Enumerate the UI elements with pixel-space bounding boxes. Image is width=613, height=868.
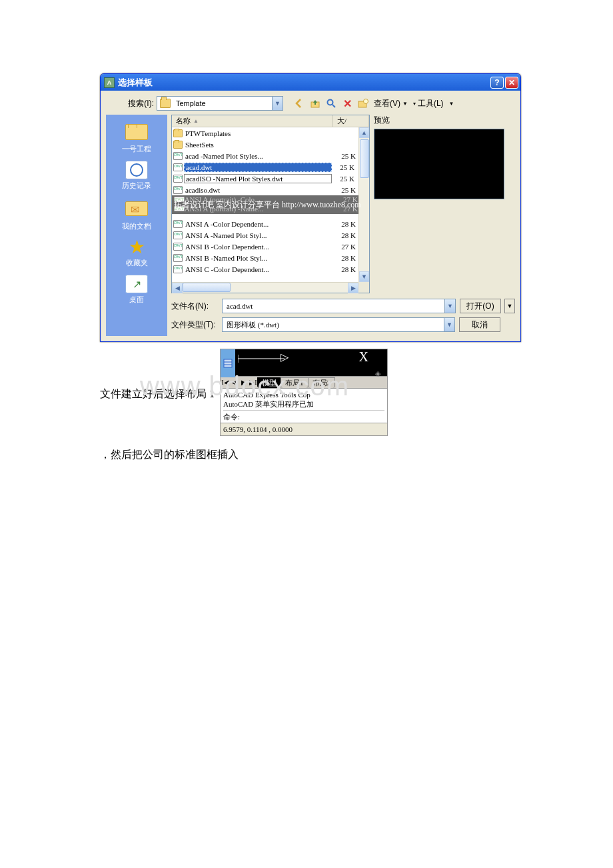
places-desktop[interactable]: ↗ 桌面 <box>106 272 167 309</box>
search-label: 搜索(I): <box>113 98 154 109</box>
documents-icon <box>125 201 148 216</box>
filename-input[interactable]: acad.dwt ▼ <box>222 299 456 313</box>
close-button[interactable]: ✕ <box>505 77 518 89</box>
dialog-toolbar: 搜索(I): Template ▼ ✕ 查看(V)▼ <box>101 91 520 115</box>
command-history: AutoCAD Express Tools Cop AutoCAD 菜单实用程序… <box>220 389 388 423</box>
star-icon: ★ <box>125 238 148 257</box>
col-size: 大/ <box>337 116 346 126</box>
autocad-app-icon: A <box>104 77 115 88</box>
file-row[interactable]: DWTacadiso.dwt25 K <box>172 184 369 195</box>
file-size: 28 K <box>333 220 358 228</box>
dimension-line-icon <box>238 352 291 365</box>
cancel-button[interactable]: 取消 <box>459 317 500 332</box>
search-icon[interactable] <box>324 97 338 110</box>
command-prompt[interactable]: 命令: <box>223 410 384 421</box>
x-glyph: X <box>359 349 368 365</box>
folder-icon <box>160 99 171 108</box>
file-row[interactable]: DWTacadISO -Named Plot Styles.dwt25 K <box>172 173 369 184</box>
tab-layout2[interactable]: 布局2 <box>308 377 336 388</box>
filename-value: acad.dwt <box>223 302 444 310</box>
tools-menu[interactable]: ▾工具(L) <box>412 98 445 109</box>
dwt-file-icon: DWT <box>173 220 183 228</box>
preview-label: 预览 <box>374 115 515 126</box>
tools-menu-dd[interactable]: ▼ <box>448 101 456 107</box>
properties-icon[interactable] <box>221 349 235 377</box>
scroll-corner <box>358 282 369 293</box>
file-size: 28 K <box>333 254 358 262</box>
layout-tab-bar: I◀ ◀ ▶ ▶I 模型 布局1 布局2 <box>220 377 388 389</box>
scroll-thumb[interactable] <box>183 283 231 292</box>
titlebar[interactable]: A 选择样板 ? ✕ <box>101 74 520 91</box>
chevron-down-icon[interactable]: ▼ <box>272 97 283 110</box>
open-dropdown[interactable]: ▼ <box>504 299 515 313</box>
new-folder-icon[interactable] <box>356 97 370 110</box>
horizontal-scrollbar[interactable]: ◀ ▶ <box>172 282 358 293</box>
chevron-down-icon[interactable]: ▼ <box>444 318 454 331</box>
filetype-value: 图形样板 (*.dwt) <box>223 320 444 330</box>
places-mydocs[interactable]: 我的文档 <box>106 195 167 235</box>
view-menu[interactable]: 查看(V)▼ <box>372 98 409 109</box>
file-row[interactable]: DWTANSI A -Color Dependent...28 K <box>172 218 369 229</box>
file-name: acad -Named Plot Styles... <box>185 152 333 160</box>
file-row[interactable]: DWTANSI B -Named Plot Styl...28 K <box>172 252 369 263</box>
look-in-value: Template <box>173 99 272 107</box>
cmd-line: AutoCAD Express Tools Cop <box>223 390 384 399</box>
doc-paragraph-1: 文件建立好后选择布局 1 <box>100 387 215 401</box>
scroll-left-icon[interactable]: ◀ <box>172 283 183 293</box>
doc-paragraph-2: ，然后把公司的标准图框插入 <box>100 448 513 462</box>
file-list-header[interactable]: 名称▲ 大/ <box>172 115 369 127</box>
tab-layout1[interactable]: 布局1 <box>281 377 308 388</box>
delete-icon[interactable]: ✕ <box>340 97 354 110</box>
file-row[interactable]: DWTacad -Named Plot Styles...25 K <box>172 150 369 161</box>
dwt-file-icon: DWT <box>173 186 183 194</box>
scroll-down-icon[interactable]: ▼ <box>359 271 369 282</box>
file-row[interactable]: DWTANSI C -Color Dependent...28 K <box>172 263 369 275</box>
tab-last-icon[interactable]: ▶I <box>249 378 258 387</box>
help-button[interactable]: ? <box>490 77 504 89</box>
filetype-label: 文件类型(T): <box>171 319 218 331</box>
file-name: ANSI A -Named Plot Styl... <box>185 231 333 239</box>
look-in-combo[interactable]: Template ▼ <box>157 96 283 111</box>
tab-prev-icon[interactable]: ◀ <box>230 378 239 387</box>
svg-point-4 <box>364 99 368 104</box>
file-row[interactable]: PTWTemplates <box>172 127 369 139</box>
file-name: acad.dwt <box>184 163 332 172</box>
file-row[interactable]: DWTacad.dwt25 K <box>172 161 369 173</box>
svg-point-1 <box>328 100 333 105</box>
scroll-up-icon[interactable]: ▲ <box>359 127 369 138</box>
filetype-input[interactable]: 图形样板 (*.dwt) ▼ <box>222 317 455 332</box>
places-favorites[interactable]: ★ 收藏夹 <box>106 235 167 272</box>
tab-next-icon[interactable]: ▶ <box>239 378 249 387</box>
cmd-line: AutoCAD 菜单实用程序已加 <box>223 399 384 409</box>
file-row[interactable]: DWTANSI A -Named Plot Styl...28 K <box>172 229 369 241</box>
open-button[interactable]: 打开(O) <box>460 299 501 313</box>
file-size: 28 K <box>333 265 358 273</box>
tools-menu-label: 工具(L) <box>418 98 444 109</box>
back-icon[interactable] <box>293 97 306 110</box>
places-label: 一号工程 <box>106 144 167 154</box>
scroll-right-icon[interactable]: ▶ <box>348 283 358 293</box>
file-name: ANSI C -Color Dependent... <box>185 265 333 273</box>
view-menu-label: 查看(V) <box>374 98 400 109</box>
scroll-thumb[interactable] <box>360 139 369 178</box>
svg-rect-5 <box>224 359 232 367</box>
dwt-file-icon: DWT <box>173 175 183 183</box>
file-list[interactable]: 名称▲ 大/ PTWTemplatesSheetSetsDWTacad -Nam… <box>171 115 370 293</box>
places-label: 历史记录 <box>106 181 167 191</box>
tab-model[interactable]: 模型 <box>257 377 281 388</box>
desktop-icon: ↗ <box>125 275 148 293</box>
svg-line-2 <box>332 105 335 107</box>
places-history[interactable]: 历史记录 <box>106 158 167 195</box>
places-label: 桌面 <box>106 295 167 305</box>
dwt-file-icon: DWT <box>173 163 183 171</box>
dwt-file-icon: DWT <box>173 243 183 251</box>
tab-first-icon[interactable]: I◀ <box>221 378 230 387</box>
file-row[interactable]: DWTANSI B -Color Dependent...27 K <box>172 241 369 252</box>
file-name: ANSI B -Named Plot Styl... <box>185 254 333 262</box>
status-coordinates: 6.9579, 0.1104 , 0.0000 <box>220 423 388 436</box>
up-folder-icon[interactable] <box>308 97 322 110</box>
chevron-down-icon[interactable]: ▼ <box>444 299 455 313</box>
file-row[interactable]: SheetSets <box>172 139 369 150</box>
places-project1[interactable]: 一号工程 <box>106 119 167 158</box>
sort-asc-icon: ▲ <box>193 118 199 124</box>
